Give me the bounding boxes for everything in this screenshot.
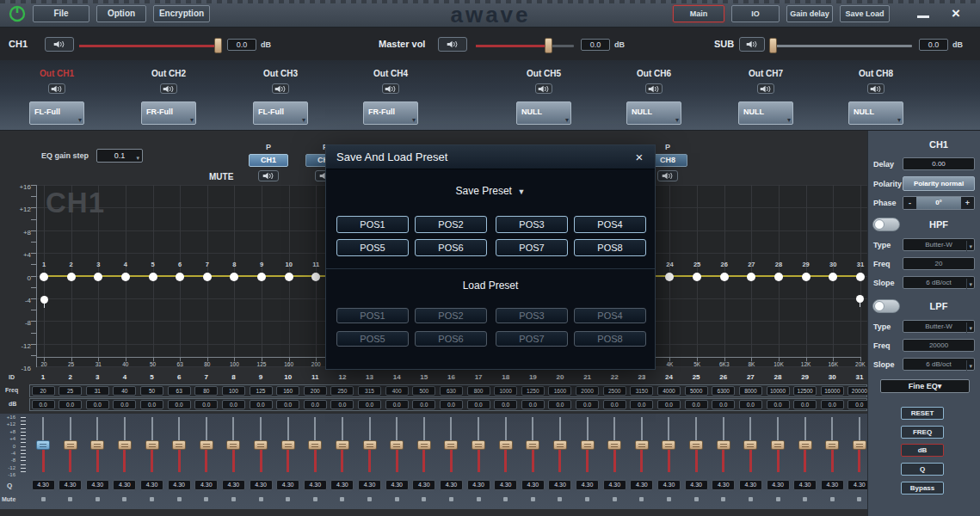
band-mute-indicator[interactable] xyxy=(830,497,835,501)
band-q-field[interactable]: 4.30 xyxy=(385,480,409,490)
band-mute-indicator[interactable] xyxy=(639,497,644,501)
power-icon[interactable] xyxy=(8,4,27,23)
band-freq-field[interactable]: 2000 xyxy=(576,386,599,396)
output-mute-button[interactable] xyxy=(382,83,399,94)
band-db-field[interactable]: 0.0 xyxy=(250,400,273,409)
band-freq-field[interactable]: 20 xyxy=(32,386,55,396)
band-db-field[interactable]: 0.0 xyxy=(440,400,463,409)
band-fader-handle[interactable] xyxy=(607,440,621,450)
bypass-button[interactable]: Bypass xyxy=(901,482,944,494)
band-mute-indicator[interactable] xyxy=(204,497,208,501)
output-channel-label[interactable]: Out CH2 xyxy=(129,69,208,78)
band-freq-field[interactable]: 6300 xyxy=(712,386,735,396)
lpf-freq-field[interactable]: 20000 xyxy=(903,339,975,352)
band-mute-indicator[interactable] xyxy=(150,497,154,501)
close-icon[interactable]: × xyxy=(945,3,967,24)
band-freq-field[interactable]: 125 xyxy=(250,386,273,396)
band-fader-handle[interactable] xyxy=(635,440,649,450)
eq-band-point[interactable] xyxy=(203,273,212,281)
band-freq-field[interactable]: 31 xyxy=(86,386,109,396)
band-mute-indicator[interactable] xyxy=(41,497,46,501)
band-mute-indicator[interactable] xyxy=(694,497,699,501)
band-mute-indicator[interactable] xyxy=(422,497,426,501)
load-preset-button-pos4[interactable]: POS4 xyxy=(574,308,646,323)
band-db-field[interactable]: 0.0 xyxy=(385,400,409,409)
load-preset-button-pos1[interactable]: POS1 xyxy=(336,308,409,323)
phase-minus-button[interactable]: - xyxy=(903,197,916,209)
band-fader-handle[interactable] xyxy=(281,440,295,450)
band-fader-handle[interactable] xyxy=(118,440,132,450)
band-fader-handle[interactable] xyxy=(499,440,513,450)
band-mute-indicator[interactable] xyxy=(286,497,290,501)
band-db-field[interactable]: 0.0 xyxy=(140,400,163,409)
band-q-field[interactable]: 4.30 xyxy=(113,480,136,490)
view-main-button[interactable]: Main xyxy=(673,5,724,22)
output-mute-button[interactable] xyxy=(48,83,65,94)
band-mute-indicator[interactable] xyxy=(503,497,508,501)
save-preset-button-pos1[interactable]: POS1 xyxy=(336,216,409,233)
band-freq-field[interactable]: 8000 xyxy=(739,386,762,396)
band-q-field[interactable]: 4.30 xyxy=(330,480,354,490)
band-freq-field[interactable]: 10000 xyxy=(767,386,790,396)
output-routing-select[interactable]: NULL▾ xyxy=(516,101,571,125)
band-q-field[interactable]: 4.30 xyxy=(32,480,55,490)
output-channel-label[interactable]: Out CH1 xyxy=(17,69,96,78)
eq-band-point[interactable] xyxy=(774,273,783,281)
band-freq-field[interactable]: 200 xyxy=(304,386,327,396)
output-routing-select[interactable]: FR-Full▾ xyxy=(363,101,418,125)
hpf-slope-select[interactable]: 6 dB/oct▾ xyxy=(903,276,975,289)
band-fader-handle[interactable] xyxy=(717,440,730,450)
band-q-field[interactable]: 4.30 xyxy=(603,480,626,490)
eq-band-point[interactable] xyxy=(802,273,811,281)
band-db-field[interactable]: 0.0 xyxy=(168,400,191,409)
band-mute-indicator[interactable] xyxy=(231,497,236,501)
band-fader-handle[interactable] xyxy=(444,440,458,450)
band-mute-indicator[interactable] xyxy=(613,497,617,501)
lpf-toggle[interactable] xyxy=(872,299,900,313)
save-preset-button-pos5[interactable]: POS5 xyxy=(336,239,409,256)
band-mute-indicator[interactable] xyxy=(749,497,753,501)
hpf-toggle[interactable] xyxy=(872,218,900,231)
band-freq-field[interactable]: 800 xyxy=(467,386,490,396)
band-db-field[interactable]: 0.0 xyxy=(548,400,571,409)
band-fader-handle[interactable] xyxy=(90,440,104,450)
band-db-field[interactable]: 0.0 xyxy=(739,400,762,409)
eq-band-point[interactable] xyxy=(285,273,293,281)
band-fader-handle[interactable] xyxy=(254,440,268,450)
load-preset-button-pos6[interactable]: POS6 xyxy=(415,331,487,347)
reset-button[interactable]: RESET xyxy=(901,407,944,420)
master-volume-value[interactable]: 0.0 xyxy=(581,39,610,51)
band-freq-field[interactable]: 50 xyxy=(140,386,163,396)
band-db-field[interactable]: 0.0 xyxy=(330,400,354,409)
band-db-field[interactable]: 0.0 xyxy=(59,400,82,409)
band-db-field[interactable]: 0.0 xyxy=(86,400,109,409)
band-q-field[interactable]: 4.30 xyxy=(576,480,599,490)
output-channel-label[interactable]: Out CH3 xyxy=(241,69,320,78)
band-mute-indicator[interactable] xyxy=(803,497,807,501)
eq-band-point[interactable] xyxy=(149,273,157,281)
band-freq-field[interactable]: 80 xyxy=(194,386,218,396)
ch1-volume-slider[interactable] xyxy=(79,45,222,47)
band-db-field[interactable]: 0.0 xyxy=(657,400,681,409)
band-mute-indicator[interactable] xyxy=(313,497,317,501)
band-freq-field[interactable]: 3150 xyxy=(630,386,653,396)
load-preset-button-pos2[interactable]: POS2 xyxy=(415,308,487,323)
band-fader-handle[interactable] xyxy=(336,440,349,450)
band-db-field[interactable]: 0.0 xyxy=(793,400,817,409)
view-io-button[interactable]: IO xyxy=(731,5,780,22)
band-q-field[interactable]: 4.30 xyxy=(440,480,463,490)
band-mute-indicator[interactable] xyxy=(585,497,589,501)
output-mute-button[interactable] xyxy=(867,83,884,94)
master-mute-button[interactable] xyxy=(438,37,467,52)
band-mute-indicator[interactable] xyxy=(96,497,100,501)
hpf-type-select[interactable]: Butter-W▾ xyxy=(903,238,975,251)
eq-band-point[interactable] xyxy=(94,273,102,281)
band-fader-handle[interactable] xyxy=(64,440,77,450)
band-db-field[interactable]: 0.0 xyxy=(113,400,136,409)
load-preset-button-pos5[interactable]: POS5 xyxy=(336,331,409,347)
band-mute-indicator[interactable] xyxy=(477,497,481,501)
band-q-field[interactable]: 4.30 xyxy=(250,480,273,490)
output-channel-label[interactable]: Out CH7 xyxy=(726,69,805,78)
eq-band-point[interactable] xyxy=(829,273,837,281)
lpf-type-select[interactable]: Butter-W▾ xyxy=(903,320,975,333)
